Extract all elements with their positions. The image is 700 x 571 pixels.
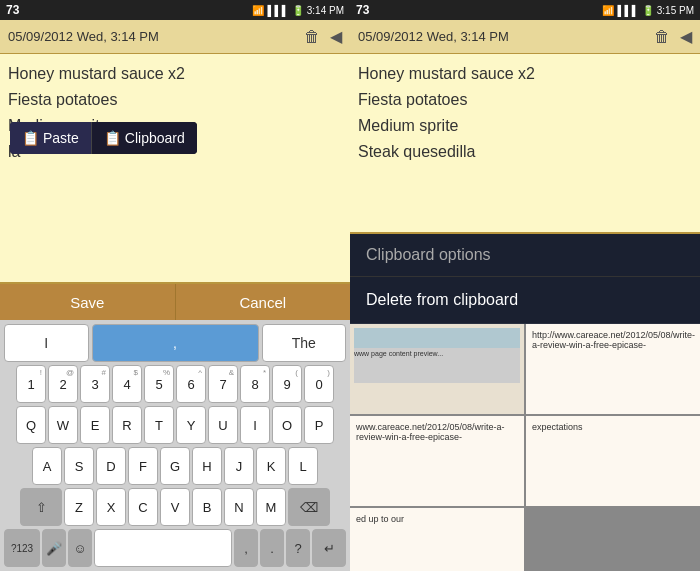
kb-zxcv-row: ⇧ Z X C V B N M ⌫ [2, 488, 348, 526]
kb-comma-bottom[interactable]: , [234, 529, 258, 567]
clipboard-label: Clipboard [125, 130, 185, 146]
right-note-body[interactable]: Honey mustard sauce x2 Fiesta potatoes M… [350, 54, 700, 234]
paste-button[interactable]: 📋 Paste [10, 122, 92, 154]
left-panel: 73 📶 ▌▌▌ 🔋 3:14 PM 05/09/2012 Wed, 3:14 … [0, 0, 350, 571]
kb-Q[interactable]: Q [16, 406, 46, 444]
clipboard-cell-1[interactable]: http://www.careace.net/2012/05/08/write-… [526, 324, 700, 414]
kb-space[interactable] [94, 529, 232, 567]
clipboard-icon: 📋 [104, 130, 121, 146]
clipboard-grid: www page content preview... http://www.c… [350, 324, 700, 571]
note-line-1: Honey mustard sauce x2 [8, 62, 342, 86]
kb-0[interactable]: )0 [304, 365, 334, 403]
kb-S[interactable]: S [64, 447, 94, 485]
kb-bottom-row: ?123 🎤 ☺ , . ? ↵ [2, 529, 348, 567]
kb-qwerty-row: Q W E R T Y U I O P [2, 406, 348, 444]
kb-question[interactable]: ? [286, 529, 310, 567]
kb-G[interactable]: G [160, 447, 190, 485]
kb-L[interactable]: L [288, 447, 318, 485]
kb-J[interactable]: J [224, 447, 254, 485]
left-header-icons: 🗑 ◀ [304, 27, 342, 46]
left-back-icon[interactable]: ◀ [330, 27, 342, 46]
keyboard: I , The !1 @2 #3 $4 %5 ^6 &7 *8 (9 )0 Q … [0, 320, 350, 571]
clipboard-cell-3[interactable]: expectations [526, 416, 700, 506]
right-signal-icon: ▌▌▌ [617, 5, 638, 16]
right-note-line-1: Honey mustard sauce x2 [358, 62, 692, 86]
left-status-icons: 📶 ▌▌▌ 🔋 3:14 PM [252, 5, 344, 16]
wifi-icon: 📶 [252, 5, 264, 16]
kb-mic[interactable]: 🎤 [42, 529, 66, 567]
clipboard-text-2: www.careace.net/2012/05/08/write-a-revie… [356, 422, 505, 442]
kb-7[interactable]: &7 [208, 365, 238, 403]
clipboard-cell-0[interactable]: www page content preview... [350, 324, 524, 414]
kb-1[interactable]: !1 [16, 365, 46, 403]
kb-I[interactable]: I [240, 406, 270, 444]
delete-from-clipboard-item[interactable]: Delete from clipboard [350, 277, 700, 324]
kb-2[interactable]: @2 [48, 365, 78, 403]
kb-predict-The[interactable]: The [262, 324, 347, 362]
save-button[interactable]: Save [0, 284, 176, 320]
right-status-icons: 📶 ▌▌▌ 🔋 3:15 PM [602, 5, 694, 16]
right-trash-icon[interactable]: 🗑 [654, 28, 670, 46]
kb-D[interactable]: D [96, 447, 126, 485]
kb-emoji[interactable]: ☺ [68, 529, 92, 567]
kb-U[interactable]: U [208, 406, 238, 444]
kb-Z[interactable]: Z [64, 488, 94, 526]
left-note-actions: Save Cancel [0, 284, 350, 320]
paste-popup: 📋 Paste 📋 Clipboard [10, 122, 197, 154]
kb-9[interactable]: (9 [272, 365, 302, 403]
kb-V[interactable]: V [160, 488, 190, 526]
clipboard-cell-4[interactable]: ed up to our [350, 508, 524, 571]
right-header-icons: 🗑 ◀ [654, 27, 692, 46]
right-panel: 73 📶 ▌▌▌ 🔋 3:15 PM 05/09/2012 Wed, 3:14 … [350, 0, 700, 571]
kb-C[interactable]: C [128, 488, 158, 526]
kb-period[interactable]: . [260, 529, 284, 567]
kb-A[interactable]: A [32, 447, 62, 485]
right-note-line-3: Medium sprite [358, 114, 692, 138]
kb-O[interactable]: O [272, 406, 302, 444]
kb-8[interactable]: *8 [240, 365, 270, 403]
left-note-body[interactable]: Honey mustard sauce x2 Fiesta potatoes M… [0, 54, 350, 284]
kb-M[interactable]: M [256, 488, 286, 526]
left-trash-icon[interactable]: 🗑 [304, 28, 320, 46]
right-back-icon[interactable]: ◀ [680, 27, 692, 46]
clipboard-options-panel: Clipboard options Delete from clipboard [350, 234, 700, 324]
kb-3[interactable]: #3 [80, 365, 110, 403]
left-signal: 73 [6, 3, 19, 17]
kb-backspace[interactable]: ⌫ [288, 488, 330, 526]
kb-123[interactable]: ?123 [4, 529, 40, 567]
kb-K[interactable]: K [256, 447, 286, 485]
kb-W[interactable]: W [48, 406, 78, 444]
kb-shift[interactable]: ⇧ [20, 488, 62, 526]
kb-N[interactable]: N [224, 488, 254, 526]
kb-X[interactable]: X [96, 488, 126, 526]
kb-R[interactable]: R [112, 406, 142, 444]
clipboard-text-1: http://www.careace.net/2012/05/08/write-… [532, 330, 695, 350]
kb-predict-comma[interactable]: , [92, 324, 259, 362]
left-status-bar: 73 📶 ▌▌▌ 🔋 3:14 PM [0, 0, 350, 20]
cancel-button[interactable]: Cancel [176, 284, 351, 320]
clipboard-text-4: ed up to our [356, 514, 404, 524]
kb-Y[interactable]: Y [176, 406, 206, 444]
kb-T[interactable]: T [144, 406, 174, 444]
clipboard-cell-2[interactable]: www.careace.net/2012/05/08/write-a-revie… [350, 416, 524, 506]
right-note-line-2: Fiesta potatoes [358, 88, 692, 112]
kb-H[interactable]: H [192, 447, 222, 485]
paste-label: Paste [43, 130, 79, 146]
kb-5[interactable]: %5 [144, 365, 174, 403]
right-time: 3:15 PM [657, 5, 694, 16]
kb-F[interactable]: F [128, 447, 158, 485]
left-note-header: 05/09/2012 Wed, 3:14 PM 🗑 ◀ [0, 20, 350, 54]
kb-B[interactable]: B [192, 488, 222, 526]
kb-4[interactable]: $4 [112, 365, 142, 403]
kb-E[interactable]: E [80, 406, 110, 444]
left-note-date: 05/09/2012 Wed, 3:14 PM [8, 29, 159, 44]
kb-enter[interactable]: ↵ [312, 529, 346, 567]
kb-6[interactable]: ^6 [176, 365, 206, 403]
right-note-date: 05/09/2012 Wed, 3:14 PM [358, 29, 509, 44]
right-note-header: 05/09/2012 Wed, 3:14 PM 🗑 ◀ [350, 20, 700, 54]
right-battery-icon: 🔋 [642, 5, 654, 16]
clipboard-image-placeholder: www page content preview... [354, 328, 520, 383]
kb-P[interactable]: P [304, 406, 334, 444]
kb-predict-I[interactable]: I [4, 324, 89, 362]
clipboard-button[interactable]: 📋 Clipboard [92, 122, 197, 154]
